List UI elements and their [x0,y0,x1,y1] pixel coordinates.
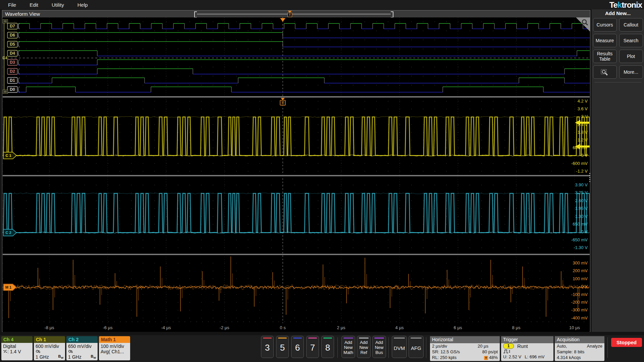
ch1-scale: 600 mV/div [36,344,63,349]
svg-text:-1.2 V: -1.2 V [576,169,588,174]
svg-text:0 V: 0 V [581,153,588,158]
trigger-panel[interactable]: Trigger 1Runt U: 2.52 VL: 696 mV [501,336,553,361]
run-stop-button[interactable]: Stopped [611,338,642,347]
acquisition-panel[interactable]: Acquisition Auto,Analyze Sample: 8 bits … [555,336,604,361]
runt-pulse-icon [503,349,512,354]
svg-text:-2 µs: -2 µs [219,325,229,330]
svg-text:4.2 V: 4.2 V [578,99,588,104]
record-length: RL: 250 kpts [432,355,457,360]
divider [607,337,608,358]
svg-text:-6 µs: -6 µs [103,325,113,330]
add-new-cursors-button[interactable]: Cursors [593,18,617,32]
svg-text:2.60 V: 2.60 V [575,198,588,203]
svg-text:0 s: 0 s [280,325,286,330]
waveform-plot[interactable]: D7D6D5D4D3D2D1D0C4C 1C 2M 14.2 V3.6 V3 V… [3,17,590,332]
channel-badge-math1[interactable]: Math 1 100 mV/div Avg( Ch1... [99,336,130,360]
svg-text:2 µs: 2 µs [337,325,345,330]
svg-text:650 mV: 650 mV [573,222,588,227]
trigger-lower-level: L: 696 mV [525,354,544,360]
add-new-math-button[interactable]: AddNewMath [341,336,355,358]
add-new-search-button[interactable]: Search [619,34,643,47]
divider [388,337,389,358]
svg-text:1.2 V: 1.2 V [578,137,588,142]
slider-right-bracket [391,11,393,18]
digital-channels [3,19,590,94]
menu-item-file[interactable]: File [7,2,17,8]
channel-badge-ch2[interactable]: Ch 2 650 mV/div 1 GHz BW [66,336,98,360]
trigger-top-marker[interactable] [280,18,285,22]
add-new-plot-button[interactable]: Plot [619,50,643,63]
svg-text:3.6 V: 3.6 V [578,106,588,111]
channel-key-5[interactable]: 5 [276,336,289,358]
trigger-position-marker[interactable]: T [287,11,292,17]
afg-button[interactable]: AFG [409,336,424,358]
channel-key-8[interactable]: 8 [321,336,334,358]
ch2-scale: 650 mV/div [68,344,96,349]
trigger-source-badge: 1 [503,343,514,349]
trigger-type: Runt [517,343,528,349]
svg-text:-8 µs: -8 µs [44,325,54,330]
svg-text:1.30 V: 1.30 V [575,214,588,219]
trigger-upper-level: U: 2.52 V [503,354,521,360]
svg-text:M 1: M 1 [5,285,11,289]
trigger-t-icon: T [287,13,292,17]
zoom-select-icon[interactable] [593,65,617,79]
digital-group-handle[interactable] [3,90,8,94]
threshold-icon [3,349,7,353]
add-new-bus-button[interactable]: AddNewBus [372,336,386,358]
math1-scale: 100 mV/div [101,344,128,349]
svg-text:8 µs: 8 µs [512,325,521,330]
svg-text:200 mV: 200 mV [573,268,588,273]
divider [426,337,426,358]
digital-label-text: D2 [10,69,15,74]
c2-trace [3,193,590,233]
horizontal-window: 20 µs [478,343,488,349]
probe-icon [68,350,73,353]
ch1-name: Ch 1 [34,336,65,343]
dvm-button[interactable]: DVM [392,336,407,358]
bandwidth-limit-icon: BW [58,354,63,360]
svg-text:-650 mV: -650 mV [571,237,588,242]
add-new-more-button[interactable]: More... [619,65,643,79]
digital-label-text: D6 [10,33,15,38]
menu-item-edit[interactable]: Edit [28,2,40,8]
svg-text:3.90 V: 3.90 V [575,182,588,187]
c1-trace [3,117,590,156]
slider-left-bracket [194,11,197,18]
ch4-threshold: 1.4 V [10,349,21,354]
channel-badge-ch4[interactable]: Ch 4 Digital : 1.4 V [1,336,33,360]
horizontal-panel[interactable]: Horizontal 2 µs/div20 µs SR: 12.5 GS/s80… [430,336,500,361]
channel-key-7[interactable]: 7 [306,336,319,358]
acquisition-analyze: Analyze [587,343,602,349]
menu-item-help[interactable]: Help [76,2,89,8]
menu-bar: FileEditUtilityHelp [0,0,644,9]
svg-text:1.95 V: 1.95 V [575,206,588,211]
svg-text:3.25 V: 3.25 V [575,190,588,195]
add-new-measure-button[interactable]: Measure [593,34,617,47]
svg-text:-600 mV: -600 mV [571,161,588,166]
divider [337,337,338,358]
svg-text:C 2: C 2 [5,231,11,235]
channel-key-3[interactable]: 3 [261,336,274,358]
add-new-ref-button[interactable]: AddNewRef [357,336,371,358]
channel-key-6[interactable]: 6 [291,336,304,358]
add-new-sidebar: Add New... CursorsCalloutMeasureSearchRe… [592,9,644,332]
add-new-callout-button[interactable]: Callout [619,18,643,32]
digital-label-text: D1 [10,78,15,83]
digital-label-text: D3 [10,60,15,65]
svg-text:-400 mV: -400 mV [571,315,588,320]
svg-text:1.8 V: 1.8 V [578,130,588,135]
horizontal-position-slider[interactable]: T [194,11,393,17]
channel-badge-ch1[interactable]: Ch 1 600 mV/div 1 GHz BW [34,336,65,360]
digital-group-handle[interactable] [3,19,8,23]
digital-label-text: D4 [10,51,15,56]
panel-resize-handle[interactable] [589,173,591,182]
add-new-results-table-button[interactable]: Results Table [593,50,617,63]
bandwidth-limit-icon: BW [91,354,96,360]
tektronix-logo: Tektronix [609,0,642,10]
horizontal-scale: 2 µs/div [432,343,447,349]
menu-item-utility[interactable]: Utility [50,2,65,8]
ch4-name: Ch 4 [1,336,33,343]
digital-group-label: C4 [3,56,7,60]
sidebar-divider [594,82,641,82]
